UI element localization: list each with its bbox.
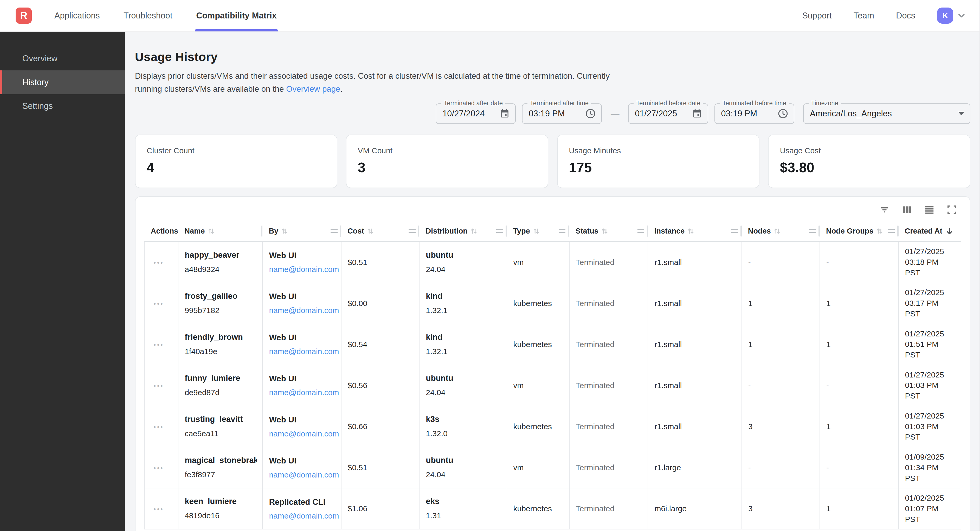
sort-icon[interactable] (877, 227, 883, 235)
cell-nodes: - (742, 242, 820, 283)
stat-cards: Cluster Count 4 VM Count 3 Usage Minutes… (135, 135, 970, 189)
overview-page-link[interactable]: Overview page (286, 84, 340, 94)
status-badge: Terminated (576, 258, 614, 266)
cell-status: Terminated (570, 242, 648, 283)
density-icon[interactable] (924, 204, 935, 216)
created-by-email-link[interactable]: name@domain.com (269, 512, 339, 520)
clock-icon[interactable] (778, 108, 788, 119)
nav-link-docs[interactable]: Docs (896, 11, 915, 21)
cell-instance: r1.small (648, 365, 741, 406)
column-header-type[interactable]: Type (507, 220, 570, 242)
sort-icon[interactable] (601, 227, 608, 235)
column-menu-icon[interactable] (496, 229, 503, 233)
column-header-cost[interactable]: Cost (341, 220, 419, 242)
column-header-by[interactable]: By (262, 220, 341, 242)
cell-actions: ••• (144, 283, 178, 324)
instance-value: m6i.large (654, 504, 686, 513)
node-groups-value: 1 (826, 504, 831, 513)
column-header-status[interactable]: Status (570, 220, 648, 242)
tab-troubleshoot[interactable]: Troubleshoot (122, 0, 174, 32)
column-menu-icon[interactable] (809, 229, 816, 233)
sidebar-item-overview[interactable]: Overview (0, 47, 125, 70)
account-menu[interactable]: K (937, 8, 966, 24)
stat-label: Cluster Count (147, 146, 325, 155)
cell-instance: r1.large (648, 447, 741, 488)
created-by-email-link[interactable]: name@domain.com (269, 471, 339, 479)
cost-value: $0.54 (348, 340, 367, 349)
sorted-desc-icon[interactable] (945, 227, 953, 235)
column-header-instance[interactable]: Instance (648, 220, 741, 242)
column-header-created-at[interactable]: Created At (899, 220, 961, 242)
column-menu-icon[interactable] (409, 229, 415, 233)
timezone-select[interactable]: Timezone America/Los_Angeles (803, 103, 970, 124)
fullscreen-icon[interactable] (946, 204, 958, 216)
node-groups-value: 1 (826, 422, 831, 431)
type-value: vm (514, 258, 524, 266)
table-header-row: ActionsNameByCostDistributionTypeStatusI… (144, 220, 961, 242)
sort-icon[interactable] (208, 227, 214, 235)
row-actions-button[interactable]: ••• (154, 424, 164, 430)
tab-applications[interactable]: Applications (53, 0, 101, 32)
tab-compatibility-matrix[interactable]: Compatibility Matrix (195, 0, 278, 32)
terminated-after-time-input[interactable]: Terminated after time 03:19 PM (522, 103, 602, 124)
nav-link-team[interactable]: Team (854, 11, 874, 21)
cell-type: kubernetes (507, 324, 570, 365)
avatar[interactable]: K (937, 8, 953, 24)
cell-cost: $0.54 (341, 324, 419, 365)
calendar-icon[interactable] (692, 109, 702, 119)
calendar-icon[interactable] (500, 109, 509, 119)
created-by-email-link[interactable]: name@domain.com (269, 430, 339, 438)
created-by-email-link[interactable]: name@domain.com (269, 347, 339, 356)
created-by-source: Web UI (269, 456, 336, 466)
created-by-email-link[interactable]: name@domain.com (269, 306, 339, 315)
sidebar-item-history[interactable]: History (0, 70, 125, 94)
nodes-value: - (748, 258, 751, 266)
sort-icon[interactable] (533, 227, 539, 235)
table-row: •••trusting_leavittcae5ea11Web UIname@do… (144, 406, 961, 447)
created-by-email-link[interactable]: name@domain.com (269, 388, 339, 397)
column-header-node-groups[interactable]: Node Groups (820, 220, 899, 242)
field-label: Terminated after time (527, 100, 591, 107)
cell-type: vm (507, 365, 570, 406)
terminated-before-date-input[interactable]: Terminated before date 01/27/2025 (628, 103, 708, 124)
columns-icon[interactable] (901, 204, 912, 216)
column-header-distribution[interactable]: Distribution (419, 220, 507, 242)
field-value: 10/27/2024 (442, 109, 485, 119)
row-actions-button[interactable]: ••• (154, 260, 164, 266)
replicated-logo-icon[interactable]: R (16, 8, 32, 24)
column-menu-icon[interactable] (331, 229, 337, 233)
field-value: America/Los_Angeles (810, 109, 892, 119)
row-actions-button[interactable]: ••• (154, 506, 164, 512)
sort-icon[interactable] (688, 227, 694, 235)
sort-icon[interactable] (471, 227, 477, 235)
column-header-name[interactable]: Name (178, 220, 262, 242)
stat-usage-minutes: Usage Minutes 175 (557, 135, 759, 189)
clock-icon[interactable] (585, 108, 596, 119)
column-menu-icon[interactable] (731, 229, 738, 233)
table-toolbar (135, 203, 970, 220)
sidebar-item-settings[interactable]: Settings (0, 94, 125, 118)
cluster-name: keen_lumiere (185, 496, 257, 507)
cluster-name: trusting_leavitt (185, 414, 257, 425)
row-actions-button[interactable]: ••• (154, 465, 164, 471)
primary-tabs: Applications Troubleshoot Compatibility … (53, 0, 278, 32)
column-menu-icon[interactable] (888, 229, 895, 233)
filter-icon[interactable] (879, 204, 890, 216)
column-menu-icon[interactable] (638, 229, 644, 233)
description-period: . (340, 84, 342, 94)
sort-icon[interactable] (367, 227, 374, 235)
top-nav: R Applications Troubleshoot Compatibilit… (0, 0, 980, 32)
column-menu-icon[interactable] (558, 229, 565, 233)
created-by-email-link[interactable]: name@domain.com (269, 265, 339, 274)
nav-link-support[interactable]: Support (802, 11, 832, 21)
sort-icon[interactable] (282, 227, 288, 235)
main-content: Usage History Displays prior clusters/VM… (125, 32, 980, 531)
terminated-after-date-input[interactable]: Terminated after date 10/27/2024 (436, 103, 515, 124)
row-actions-button[interactable]: ••• (154, 383, 164, 389)
terminated-before-time-input[interactable]: Terminated before time 03:19 PM (714, 103, 794, 124)
row-actions-button[interactable]: ••• (154, 301, 164, 307)
row-actions-button[interactable]: ••• (154, 342, 164, 348)
column-header-nodes[interactable]: Nodes (742, 220, 820, 242)
sort-icon[interactable] (774, 227, 780, 235)
created-date: 01/27/2025 (905, 370, 956, 380)
